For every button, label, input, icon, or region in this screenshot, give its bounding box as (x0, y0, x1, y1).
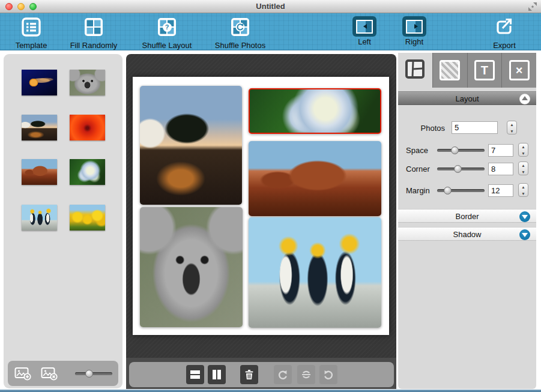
delete-cell-button[interactable] (240, 365, 258, 384)
shuffle-photos-label: Shuffle Photos (204, 41, 276, 50)
space-stepper[interactable]: ▲▼ (518, 143, 528, 157)
tab-background[interactable] (432, 53, 467, 88)
thumbnail-lighthouse[interactable] (22, 115, 57, 140)
photos-label: Photos (416, 124, 445, 133)
main-area: T × Layout Photos ▲▼ Space ▲▼ Corner ▲▼ … (0, 50, 541, 390)
shuffle-layout-button[interactable]: ? Shuffle Layout (131, 16, 203, 50)
photo-tray-footer (8, 361, 118, 386)
space-slider[interactable] (437, 149, 485, 152)
expand-down-icon[interactable] (519, 211, 530, 222)
rotate-ccw-button[interactable] (274, 365, 292, 384)
space-input[interactable] (488, 144, 513, 157)
fullscreen-icon[interactable] (528, 2, 537, 11)
window-bottom-edge (0, 390, 541, 392)
thumbnail-hydrangea[interactable] (70, 159, 105, 185)
right-panel-toggle-icon (402, 16, 426, 37)
flip-vertical-button[interactable] (297, 365, 315, 384)
inspector-panel: T × Layout Photos ▲▼ Space ▲▼ Corner ▲▼ … (398, 53, 536, 389)
space-slider-knob[interactable] (451, 146, 459, 154)
template-list-icon (20, 16, 42, 38)
expand-down-icon[interactable] (519, 229, 530, 240)
shuffle-photos-icon (229, 16, 251, 38)
export-icon (494, 16, 515, 38)
photo-tray (4, 54, 122, 388)
tab-clear[interactable]: × (501, 53, 536, 88)
titlebar: Untitled (0, 0, 541, 13)
text-icon: T (474, 60, 495, 80)
collage-photo-koala[interactable] (140, 207, 243, 327)
margin-slider[interactable] (437, 189, 485, 192)
corner-input[interactable] (488, 163, 513, 175)
thumbnail-red-flower[interactable] (70, 115, 105, 140)
shuffle-layout-label: Shuffle Layout (131, 41, 203, 50)
inspector-tabs: T × (398, 53, 536, 88)
fill-randomly-label: Fill Randomly (58, 41, 130, 50)
corner-slider[interactable] (437, 167, 485, 170)
slider-knob[interactable] (85, 370, 93, 378)
fill-grid-icon (83, 16, 104, 38)
thumbnail-desert[interactable] (22, 159, 57, 185)
thumbnail-jellyfish[interactable] (22, 70, 57, 95)
rotate-cw-button[interactable] (319, 365, 337, 384)
collage-page (133, 77, 389, 335)
margin-slider-knob[interactable] (444, 187, 452, 194)
left-panel-toggle-icon (352, 16, 376, 37)
export-label: Export (468, 41, 540, 50)
collage-photo-penguins[interactable] (249, 217, 381, 328)
corner-stepper[interactable]: ▲▼ (518, 161, 528, 175)
remove-photo-button[interactable] (40, 366, 58, 381)
shadow-section-header[interactable]: Shadow (398, 227, 536, 241)
thumbnail-zoom-slider[interactable] (75, 372, 112, 375)
question-badge: ? (163, 23, 172, 32)
thumbnail-penguins[interactable] (22, 205, 57, 231)
shadow-section-title: Shadow (453, 230, 482, 239)
window-title: Untitled (0, 2, 541, 11)
add-photo-button[interactable] (14, 366, 32, 381)
shuffle-layout-icon: ? (156, 16, 178, 38)
layout-section-title: Layout (455, 94, 479, 103)
split-horizontal-button[interactable] (186, 365, 204, 384)
corner-label: Corner (406, 164, 430, 173)
export-button[interactable]: Export (468, 16, 540, 50)
pattern-stripes-icon (440, 60, 460, 80)
thumbnail-tulips[interactable] (70, 205, 105, 231)
photos-count-input[interactable] (452, 121, 498, 134)
collage-canvas (126, 54, 396, 389)
collage-photo-lighthouse[interactable] (140, 86, 242, 205)
border-section-title: Border (455, 212, 479, 221)
thumbnail-koala[interactable] (70, 70, 105, 95)
margin-label: Margin (406, 186, 430, 195)
right-panel-button[interactable]: Right (378, 16, 450, 46)
space-label: Space (406, 146, 428, 155)
corner-slider-knob[interactable] (454, 165, 462, 173)
split-vertical-button[interactable] (208, 365, 226, 384)
layout-section-header[interactable]: Layout (398, 91, 536, 105)
border-section-header[interactable]: Border (398, 209, 536, 223)
collapse-up-icon[interactable] (519, 94, 530, 104)
margin-input[interactable] (488, 184, 513, 197)
canvas-toolbar (129, 362, 394, 387)
shuffle-photos-button[interactable]: Shuffle Photos (204, 16, 276, 50)
collage-photo-desert[interactable] (249, 141, 381, 216)
collage-photo-hydrangea-selected[interactable] (249, 88, 381, 134)
layout-grid-icon (405, 59, 425, 82)
tab-layout[interactable] (398, 53, 432, 88)
photos-stepper[interactable]: ▲▼ (507, 121, 517, 134)
clear-x-icon: × (509, 60, 530, 80)
tab-text[interactable]: T (467, 53, 502, 88)
margin-stepper[interactable]: ▲▼ (518, 183, 528, 197)
toolbar: Template Fill Randomly ? Shuffle Layout … (0, 13, 541, 50)
right-label: Right (378, 37, 450, 46)
fill-randomly-button[interactable]: Fill Randomly (58, 16, 130, 50)
